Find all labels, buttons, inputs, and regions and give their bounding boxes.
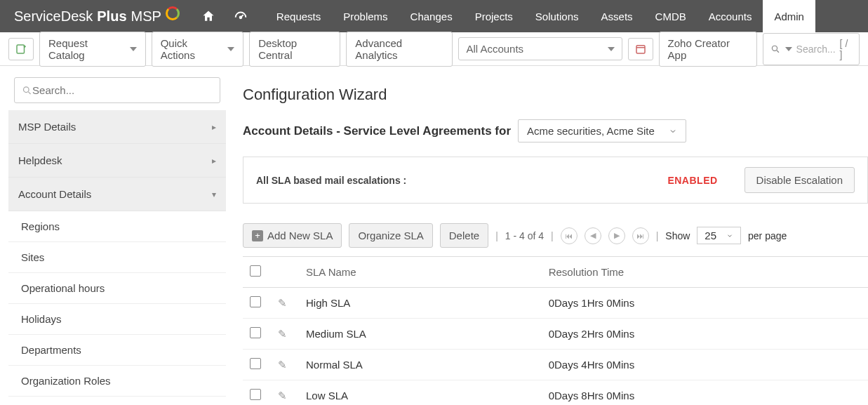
account-site-dropdown[interactable]: Acme securities, Acme Site (518, 119, 686, 142)
logo: ServiceDesk Plus MSP (0, 8, 192, 25)
row-checkbox[interactable] (250, 358, 261, 369)
quick-actions-dropdown[interactable]: Quick Actions (152, 32, 243, 67)
page-prev-button[interactable]: ◀ (585, 227, 601, 244)
row-checkbox[interactable] (250, 389, 261, 400)
sla-name-cell: Low SLA (299, 380, 542, 406)
separator: | (551, 230, 554, 241)
all-accounts-label: All Accounts (466, 43, 523, 55)
sidebar-search-input[interactable] (32, 84, 213, 96)
table-row: ✎High SLA0Days 1Hrs 0Mins (243, 288, 868, 319)
sidebar-item-holidays[interactable]: Holidays (8, 304, 226, 335)
nav-requests[interactable]: Requests (265, 0, 332, 32)
nav-accounts[interactable]: Accounts (697, 0, 763, 32)
search-placeholder: Search... (796, 44, 836, 55)
new-request-icon-button[interactable] (8, 38, 34, 60)
resolution-time-cell: 0Days 2Hrs 0Mins (542, 319, 868, 350)
escalation-status: ENABLED (667, 175, 717, 186)
sla-table: SLA Name Resolution Time ✎High SLA0Days … (243, 256, 868, 405)
all-accounts-dropdown[interactable]: All Accounts (458, 37, 622, 60)
chevron-down-icon (608, 47, 615, 51)
sidebar-item-operational-hours[interactable]: Operational hours (8, 273, 226, 304)
request-catalog-label: Request Catalog (48, 37, 124, 61)
nav-admin[interactable]: Admin (763, 0, 815, 32)
calendar-icon-button[interactable] (628, 38, 653, 60)
page-size-dropdown[interactable]: 25 (697, 227, 741, 244)
resolution-time-cell: 0Days 4Hrs 0Mins (542, 350, 868, 380)
svg-point-4 (24, 86, 29, 92)
disable-escalation-button[interactable]: Disable Escalation (745, 167, 855, 193)
page-size-value: 25 (705, 230, 716, 241)
plus-icon: + (252, 230, 263, 241)
col-resolution-time: Resolution Time (542, 257, 868, 288)
advanced-analytics-button[interactable]: Advanced Analytics (346, 32, 453, 67)
quick-actions-label: Quick Actions (161, 37, 222, 61)
sidebar: MSP Details▸Helpdesk▸Account Details▾ Re… (8, 77, 226, 405)
table-row: ✎Low SLA0Days 8Hrs 0Mins (243, 380, 868, 406)
select-all-checkbox[interactable] (250, 265, 261, 277)
chevron-down-icon (726, 232, 733, 239)
nav-solutions[interactable]: Solutions (524, 0, 590, 32)
separator: | (495, 230, 498, 241)
sla-toolbar: +Add New SLA Organize SLA Delete | 1 - 4… (243, 218, 868, 256)
edit-icon[interactable]: ✎ (278, 390, 287, 401)
sub-toolbar: Request Catalog Quick Actions Desktop Ce… (0, 32, 868, 66)
pagination-range: 1 - 4 of 4 (505, 230, 544, 241)
nav-changes[interactable]: Changes (399, 0, 464, 32)
per-page-label: per page (748, 230, 787, 241)
sidebar-group-account-details[interactable]: Account Details▾ (8, 178, 226, 211)
logo-text-sd: ServiceDesk (14, 8, 93, 25)
logo-text-plus: Plus (97, 8, 126, 25)
chevron-down-icon (669, 127, 677, 135)
edit-icon[interactable]: ✎ (278, 359, 287, 371)
search-shortcut: [ / ] (840, 38, 852, 60)
sidebar-group-msp-details[interactable]: MSP Details▸ (8, 110, 226, 144)
svg-rect-2 (636, 45, 645, 53)
chevron-right-icon: ▸ (212, 122, 216, 132)
sidebar-group-helpdesk[interactable]: Helpdesk▸ (8, 144, 226, 178)
request-catalog-dropdown[interactable]: Request Catalog (39, 32, 146, 67)
sidebar-item-regions[interactable]: Regions (8, 211, 226, 242)
page-next-button[interactable]: ▶ (608, 227, 625, 244)
separator: | (656, 230, 659, 241)
logo-text-msp: MSP (131, 8, 161, 25)
sla-name-cell: High SLA (299, 288, 542, 319)
escalation-label: All SLA based mail escalations : (256, 175, 406, 186)
add-new-sla-button[interactable]: +Add New SLA (243, 223, 342, 248)
edit-icon[interactable]: ✎ (278, 297, 287, 309)
nav-cmdb[interactable]: CMDB (644, 0, 697, 32)
page-title: Configuration Wizard (243, 86, 868, 104)
add-new-sla-label: Add New SLA (267, 230, 333, 241)
sla-name-cell: Normal SLA (299, 350, 542, 380)
svg-point-3 (773, 46, 777, 51)
nav-problems[interactable]: Problems (332, 0, 399, 32)
resolution-time-cell: 0Days 1Hrs 0Mins (542, 288, 868, 319)
nav-assets[interactable]: Assets (590, 0, 644, 32)
table-row: ✎Normal SLA0Days 4Hrs 0Mins (243, 350, 868, 380)
account-heading: Account Details - Service Level Agreemen… (243, 124, 511, 138)
sidebar-item-organization-roles[interactable]: Organization Roles (8, 366, 226, 397)
sidebar-item-departments[interactable]: Departments (8, 335, 226, 366)
chevron-down-icon (227, 47, 234, 51)
desktop-central-button[interactable]: Desktop Central (249, 32, 340, 67)
account-site-selected: Acme securities, Acme Site (527, 125, 655, 137)
main-content: Configuration Wizard Account Details - S… (226, 77, 868, 405)
page-last-button[interactable]: ⏭ (632, 227, 649, 244)
home-icon[interactable] (192, 9, 225, 23)
gauge-icon[interactable] (225, 8, 257, 24)
zoho-creator-button[interactable]: Zoho Creator App (659, 32, 758, 67)
delete-button[interactable]: Delete (440, 223, 488, 248)
search-icon (22, 85, 32, 96)
sla-name-cell: Medium SLA (299, 319, 542, 350)
sidebar-item-sites[interactable]: Sites (8, 242, 226, 273)
page-first-button[interactable]: ⏮ (561, 227, 577, 244)
row-checkbox[interactable] (250, 296, 261, 307)
col-sla-name: SLA Name (299, 257, 542, 288)
global-search[interactable]: Search... [ / ] (763, 33, 860, 65)
logo-icon (166, 6, 180, 20)
nav-projects[interactable]: Projects (464, 0, 524, 32)
sidebar-search[interactable] (14, 77, 220, 103)
organize-sla-button[interactable]: Organize SLA (349, 223, 432, 248)
row-checkbox[interactable] (250, 327, 261, 338)
search-icon (770, 44, 780, 55)
edit-icon[interactable]: ✎ (278, 328, 287, 340)
